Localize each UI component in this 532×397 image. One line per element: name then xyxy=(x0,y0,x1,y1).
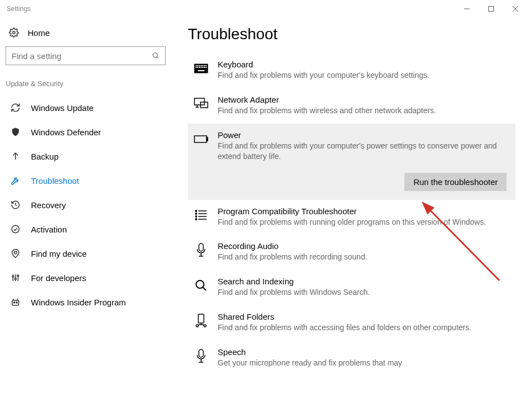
home-label: Home xyxy=(28,28,50,38)
sidebar-item-label: Activation xyxy=(31,225,67,234)
svg-point-48 xyxy=(196,213,197,214)
svg-rect-39 xyxy=(198,70,204,71)
sidebar-item-windows-defender[interactable]: Windows Defender xyxy=(6,120,166,144)
ts-title: Recording Audio xyxy=(218,241,510,251)
svg-rect-45 xyxy=(207,137,208,141)
ts-desc: Find and fix problems with your computer… xyxy=(218,70,510,81)
network-adapter-icon xyxy=(193,96,209,112)
ts-title: Shared Folders xyxy=(218,312,510,321)
sidebar: Home Update & Security Windows Update Wi… xyxy=(0,18,171,397)
wrench-icon xyxy=(10,175,21,186)
history-icon xyxy=(10,199,21,210)
svg-rect-31 xyxy=(206,65,207,66)
ts-item-program-compatibility[interactable]: Program Compatibility Troubleshooter Fin… xyxy=(188,200,515,235)
svg-point-50 xyxy=(196,215,197,216)
keyboard-icon xyxy=(193,61,209,76)
svg-point-11 xyxy=(14,251,17,254)
svg-rect-25 xyxy=(196,65,197,66)
maximize-button[interactable] xyxy=(479,1,503,17)
shared-folders-icon xyxy=(193,313,209,329)
up-arrow-icon xyxy=(10,151,21,162)
svg-point-52 xyxy=(196,218,197,219)
battery-icon xyxy=(193,131,209,147)
ts-title: Keyboard xyxy=(218,60,510,69)
svg-rect-37 xyxy=(204,67,205,68)
svg-point-60 xyxy=(196,325,198,327)
sidebar-item-recovery[interactable]: Recovery xyxy=(6,193,166,217)
main-content: Troubleshoot Keyboard Find and fix probl… xyxy=(171,18,532,397)
window-controls xyxy=(455,1,528,17)
svg-rect-27 xyxy=(199,65,200,66)
ts-item-search-indexing[interactable]: Search and Indexing Find and fix problem… xyxy=(188,270,515,305)
ts-title: Speech xyxy=(218,347,510,357)
svg-point-15 xyxy=(12,276,14,277)
svg-rect-59 xyxy=(198,314,204,323)
ts-desc: Find and fix problems with your computer… xyxy=(218,141,510,162)
shield-icon xyxy=(10,126,21,137)
ts-item-shared-folders[interactable]: Shared Folders Find and fix problems wit… xyxy=(188,305,515,341)
ts-item-speech[interactable]: Speech Get your microphone ready and fix… xyxy=(188,341,515,376)
svg-point-4 xyxy=(13,31,15,34)
sidebar-item-for-developers[interactable]: For developers xyxy=(6,266,166,290)
svg-rect-54 xyxy=(199,244,203,251)
ts-item-power-selected: Power Find and fix problems with your co… xyxy=(188,124,515,200)
home-link[interactable]: Home xyxy=(6,24,166,46)
sidebar-section-label: Update & Security xyxy=(6,76,166,96)
svg-rect-18 xyxy=(12,300,19,305)
search-field[interactable] xyxy=(12,51,152,61)
ts-item-recording-audio[interactable]: Recording Audio Find and fix problems wi… xyxy=(188,235,515,270)
ts-desc: Find and fix problems with wireless and … xyxy=(218,105,510,116)
check-circle-icon xyxy=(10,224,21,235)
titlebar: Settings xyxy=(0,0,532,18)
search-input[interactable] xyxy=(6,46,166,65)
sidebar-item-activation[interactable]: Activation xyxy=(6,217,166,241)
microphone-icon xyxy=(193,242,209,258)
svg-point-16 xyxy=(15,278,17,280)
sidebar-item-find-my-device[interactable]: Find my device xyxy=(6,241,166,266)
svg-point-46 xyxy=(196,210,197,211)
svg-rect-33 xyxy=(197,67,198,68)
developers-icon xyxy=(10,272,21,283)
run-troubleshooter-button[interactable]: Run the troubleshooter xyxy=(404,173,507,191)
svg-rect-38 xyxy=(206,67,207,68)
svg-line-9 xyxy=(15,205,17,206)
gear-icon xyxy=(9,28,19,38)
minimize-button[interactable] xyxy=(455,1,479,17)
svg-rect-1 xyxy=(489,7,494,12)
ts-title: Network Adapter xyxy=(218,95,510,104)
sidebar-item-troubleshoot[interactable]: Troubleshoot xyxy=(6,168,166,193)
ts-title: Search and Indexing xyxy=(218,277,510,286)
svg-rect-26 xyxy=(197,65,198,66)
sidebar-item-insider[interactable]: Windows Insider Program xyxy=(6,290,166,314)
sidebar-item-label: Find my device xyxy=(31,249,87,258)
page-title: Troubleshoot xyxy=(188,25,515,43)
ts-desc: Find and fix problems with Windows Searc… xyxy=(218,287,510,298)
ts-item-power[interactable]: Power Find and fix problems with your co… xyxy=(188,124,515,170)
window-title: Settings xyxy=(4,5,455,13)
ts-desc: Get your microphone ready and fix proble… xyxy=(218,358,510,368)
ts-title: Program Compatibility Troubleshooter xyxy=(218,207,510,216)
insider-icon xyxy=(10,297,21,308)
svg-line-58 xyxy=(203,287,206,290)
sidebar-item-label: Backup xyxy=(31,152,59,161)
svg-point-17 xyxy=(17,275,19,277)
sidebar-item-windows-update[interactable]: Windows Update xyxy=(6,96,166,120)
sidebar-item-label: Windows Defender xyxy=(31,128,101,137)
ts-desc: Find and fix problems with running older… xyxy=(218,217,510,227)
svg-rect-29 xyxy=(202,65,203,66)
svg-line-6 xyxy=(157,57,159,59)
svg-rect-28 xyxy=(201,65,202,66)
sidebar-item-label: Troubleshoot xyxy=(31,176,79,186)
ts-title: Power xyxy=(218,130,510,140)
sidebar-item-backup[interactable]: Backup xyxy=(6,144,166,168)
svg-point-61 xyxy=(204,325,206,327)
close-button[interactable] xyxy=(503,1,528,17)
svg-point-10 xyxy=(12,225,19,233)
ts-desc: Find and fix problems with recording sou… xyxy=(218,252,510,262)
ts-item-network-adapter[interactable]: Network Adapter Find and fix problems wi… xyxy=(188,88,515,124)
sync-icon xyxy=(10,102,21,113)
svg-rect-65 xyxy=(199,350,203,357)
svg-rect-30 xyxy=(204,65,205,66)
ts-item-keyboard[interactable]: Keyboard Find and fix problems with your… xyxy=(188,53,515,88)
sidebar-item-label: Windows Update xyxy=(31,103,93,113)
